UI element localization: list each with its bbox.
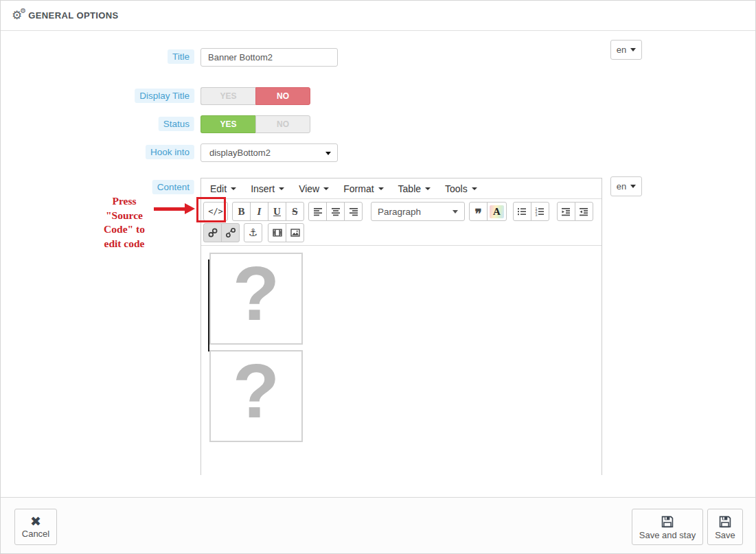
editor-content-area[interactable]: ? ? (201, 253, 602, 482)
bullet-list-button[interactable] (513, 202, 531, 221)
menu-edit[interactable]: Edit (210, 183, 236, 194)
indent-button[interactable] (575, 202, 593, 221)
align-left-icon (312, 206, 323, 217)
chevron-down-icon (323, 187, 329, 190)
underline-icon: U (273, 206, 281, 218)
numbered-list-icon: 123 (534, 206, 545, 217)
image-button[interactable] (286, 223, 304, 242)
indent-icon (578, 206, 589, 217)
save-button[interactable]: Save (707, 509, 743, 545)
link-button[interactable] (203, 223, 222, 242)
menu-tools[interactable]: Tools (445, 183, 477, 194)
link-icon (207, 227, 218, 238)
source-code-button[interactable]: </> (203, 202, 228, 221)
anchor-button[interactable]: ⚓ (244, 223, 262, 242)
svg-text:3: 3 (536, 213, 538, 217)
display-title-yes-button[interactable]: YES (201, 87, 255, 105)
save-and-stay-button[interactable]: Save and stay (632, 509, 703, 545)
panel-footer: ✖ Cancel Save and stay Save (1, 497, 755, 553)
media-icon (272, 227, 283, 238)
paragraph-format-select[interactable]: Paragraph (371, 202, 465, 221)
align-right-icon (348, 206, 359, 217)
menu-insert[interactable]: Insert (251, 183, 284, 194)
select-caret-icon (325, 152, 331, 155)
placeholder-image[interactable]: ? (209, 350, 303, 442)
bullet-list-icon (516, 206, 527, 217)
language-selector-title[interactable]: en (610, 40, 642, 60)
title-label: Title (168, 49, 194, 64)
anchor-icon: ⚓ (249, 227, 257, 239)
cogs-icon: ⚙⚙ (12, 10, 22, 21)
hook-into-select[interactable]: displayBottom2 (201, 143, 338, 162)
panel-header: ⚙⚙ GENERAL OPTIONS (1, 1, 755, 31)
display-title-toggle: YES NO (201, 87, 310, 105)
display-title-no-button[interactable]: NO (255, 87, 310, 105)
bold-button[interactable]: B (232, 202, 251, 221)
text-color-button[interactable]: A (487, 202, 507, 221)
menu-format[interactable]: Format (343, 183, 383, 194)
menu-table[interactable]: Table (398, 183, 431, 194)
content-editor: Edit Insert View Format Table Tools </> … (201, 178, 602, 475)
editor-toolbar-row2: ⚓ (201, 222, 602, 246)
blockquote-icon: ❞ (474, 205, 481, 218)
hook-into-value: displayBottom2 (209, 148, 271, 158)
language-selector-label: en (617, 181, 626, 192)
blockquote-button[interactable]: ❞ (469, 202, 488, 221)
status-label: Status (159, 117, 194, 131)
chevron-down-icon (630, 185, 636, 188)
status-yes-button[interactable]: YES (201, 115, 255, 133)
save-icon (718, 514, 733, 529)
chevron-down-icon (378, 187, 384, 190)
strikethrough-button[interactable]: S (286, 202, 304, 221)
menu-view[interactable]: View (299, 183, 329, 194)
title-input[interactable] (201, 48, 338, 67)
text-caret (208, 259, 209, 351)
save-icon (660, 514, 675, 529)
align-center-button[interactable] (326, 202, 345, 221)
bold-icon: B (238, 206, 244, 218)
editor-menubar: Edit Insert View Format Table Tools (201, 178, 602, 199)
outdent-icon (560, 206, 571, 217)
annotation-text: Press "Source Code" to edit code (89, 194, 160, 251)
underline-button[interactable]: U (268, 202, 286, 221)
italic-icon: I (257, 206, 262, 218)
cancel-x-icon: ✖ (30, 516, 41, 528)
chevron-down-icon (453, 210, 458, 213)
chevron-down-icon (425, 187, 431, 190)
chevron-down-icon (231, 187, 236, 190)
italic-button[interactable]: I (250, 202, 268, 221)
annotation-arrowhead-icon (185, 203, 195, 214)
cancel-label: Cancel (22, 529, 49, 539)
media-button[interactable] (268, 223, 286, 242)
placeholder-image[interactable]: ? (209, 253, 303, 345)
source-code-icon: </> (208, 207, 223, 216)
display-title-label: Display Title (135, 89, 194, 103)
status-no-button[interactable]: NO (255, 115, 310, 133)
chevron-down-icon (472, 187, 477, 190)
language-selector-label: en (617, 45, 626, 55)
content-label: Content (152, 180, 194, 194)
chevron-down-icon (279, 187, 284, 190)
language-selector-content[interactable]: en (610, 176, 642, 196)
outdent-button[interactable] (557, 202, 575, 221)
save-and-stay-label: Save and stay (639, 530, 696, 540)
status-toggle: YES NO (201, 115, 310, 133)
cancel-button[interactable]: ✖ Cancel (14, 509, 57, 545)
paragraph-format-value: Paragraph (378, 207, 421, 217)
general-options-panel: ⚙⚙ GENERAL OPTIONS Title en Display Titl… (0, 0, 756, 554)
align-center-icon (330, 206, 341, 217)
text-color-icon: A (490, 205, 504, 218)
annotation-arrow (154, 207, 185, 211)
align-right-button[interactable] (344, 202, 363, 221)
align-left-button[interactable] (308, 202, 327, 221)
unlink-button[interactable] (221, 223, 240, 242)
strikethrough-icon: S (292, 206, 297, 218)
image-icon (290, 227, 301, 238)
chevron-down-icon (630, 48, 636, 51)
editor-toolbar-row1: </> B I U S Paragraph ❞ A 12 (201, 199, 602, 222)
unlink-icon (225, 227, 236, 238)
hook-into-label: Hook into (146, 145, 194, 159)
numbered-list-button[interactable]: 123 (531, 202, 549, 221)
panel-title: GENERAL OPTIONS (28, 10, 118, 21)
save-label: Save (715, 530, 735, 540)
